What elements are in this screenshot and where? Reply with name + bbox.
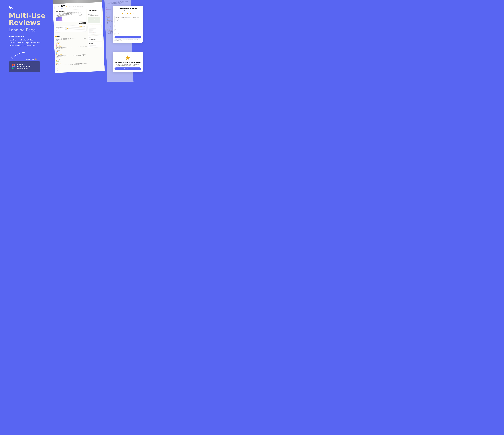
- avatar: ER: [56, 44, 57, 46]
- thankyou-text: All reviews on Cool Co. Reviews are veri…: [115, 64, 141, 66]
- label: First Name: [115, 24, 141, 25]
- review-modal: Leave a Review for Sam.AI How would you …: [113, 6, 143, 43]
- contact-address: 1251 Silver Lake Blvd. Suite 22 Los Ange…: [90, 15, 99, 17]
- contact-site[interactable]: Sam.ai: [89, 11, 91, 12]
- bullet: • Review Submission Page: Desktop/Mobile: [9, 42, 51, 44]
- landing-page: Hiring! View 20 Jobs sam.ai Sam.AI 4.7 ★…: [53, 0, 105, 73]
- tag[interactable]: Artificial Intelligence: [61, 8, 68, 9]
- x-icon[interactable]: 𝕏: [98, 4, 99, 5]
- keep-browsing-button[interactable]: Keep Browsing: [115, 68, 141, 70]
- thankyou-title: Thank you for submitting your review!: [115, 62, 141, 63]
- heart-icon: [9, 5, 14, 10]
- pill[interactable]: Artificial Intelligence: [89, 28, 96, 30]
- star-icon: [125, 55, 131, 61]
- globe-icon: 🌐: [88, 11, 89, 12]
- pin-icon: 📍: [88, 16, 89, 16]
- mail-icon: ✉: [88, 13, 89, 13]
- figma-icon: [11, 64, 16, 69]
- promo-panel: Multi-Use Reviews Landing Page What's In…: [9, 5, 51, 48]
- map[interactable]: [88, 17, 100, 23]
- chevron-down-icon[interactable]: ⌄: [63, 24, 64, 24]
- ohh-yeah: Ohhh Yeah 🤩: [26, 58, 37, 60]
- first-name-input[interactable]: Andy: [115, 25, 141, 27]
- whats-included: What's Included:: [9, 35, 51, 37]
- rating-badge: 4.7: [61, 6, 63, 8]
- pill[interactable]: Engineering: [89, 30, 94, 32]
- summary-count: (578 Reviews): [56, 30, 63, 31]
- figma-text: Editable FileComponents + StylesDesign E…: [17, 63, 32, 70]
- phone-icon: 📞: [88, 14, 89, 15]
- about-text: Sam.ai is powered by technology that all…: [56, 12, 85, 17]
- review-textarea[interactable]: Working at Sam.AI is both thrilling and …: [115, 16, 141, 23]
- review-item: Jan 22, 2024★★★★★AKAlex K.Senior Analyst…: [55, 33, 87, 41]
- svg-point-0: [12, 64, 14, 66]
- svg-point-3: [14, 66, 15, 68]
- close-icon[interactable]: ✕: [140, 53, 142, 55]
- avatar: MT: [56, 52, 57, 54]
- arrow-icon: [9, 51, 26, 61]
- submit-button[interactable]: Submit Review: [115, 36, 141, 38]
- pill: Series C: 22 Million: [89, 45, 96, 46]
- figma-card: Editable FileComponents + StylesDesign E…: [9, 61, 40, 72]
- tag[interactable]: Engineering: [69, 8, 73, 9]
- avatar: AK: [55, 36, 57, 37]
- last-name-input[interactable]: Kerns: [115, 29, 141, 31]
- contact-phone: (323) 323 - 3232: [90, 14, 95, 15]
- review-item: Nov 7, 2023★★★★★MTMichael T.Marketing Di…: [56, 49, 88, 58]
- review-item: Oct 16, 2023★★★★★SLSarah L.Product Desig…: [56, 58, 88, 66]
- contact-email[interactable]: careers@sam.ai: [89, 13, 94, 14]
- contact-card: Contact Information 🌐Sam.ai ↗ ✉careers@s…: [87, 9, 101, 24]
- sort-select[interactable]: Sort by newest review: [55, 24, 63, 25]
- rating-stars[interactable]: ★ ★ ★ ★ ★: [115, 12, 141, 15]
- modal-question: How would you rate working at Sam.AI?: [115, 10, 141, 11]
- star-icon: ★★★★½: [63, 6, 67, 7]
- label: Your Title at Sam.AI: [115, 32, 141, 33]
- review-item: Nov 13, 2023★★★★★EREmily R.Front-End Eng…: [56, 41, 87, 49]
- svg-point-2: [12, 66, 14, 68]
- funding-card: Funding Series C: 22 Million: [88, 42, 102, 48]
- about-card: About the company Sam.ai is powered by t…: [54, 9, 86, 22]
- review-item: Oct 2, 2023★★★★★: [56, 67, 88, 71]
- pill[interactable]: Professional Services: [89, 32, 97, 34]
- title-input[interactable]: Senior Product Designer: [115, 33, 141, 35]
- company-logo: sam.ai: [54, 5, 60, 9]
- size-card: Company Size 1K - 5K Employees: [88, 35, 102, 41]
- map-pin-icon: [94, 19, 95, 20]
- industries-card: Industries Artificial Intelligence Engin…: [87, 25, 102, 35]
- title-line1: Multi-Use: [9, 12, 51, 19]
- svg-point-4: [12, 68, 14, 69]
- facebook-icon[interactable]: f: [100, 3, 101, 4]
- tag[interactable]: Professional Services: [74, 7, 81, 8]
- bullet: • Landing page: Desktop/Mobile: [9, 39, 51, 41]
- linkedin-icon[interactable]: in: [99, 3, 100, 4]
- summary-rating: 4.7: [56, 28, 63, 30]
- rating-summary: Employee Reviews 4.7 ★★★★★ (578 Reviews)…: [55, 25, 87, 33]
- video-thumb[interactable]: ▶: [56, 17, 63, 21]
- write-review-button[interactable]: Write a Review: [79, 22, 86, 24]
- disclaimer: All reviews on Cool Co. Reviews are veri…: [115, 39, 141, 41]
- label: Last Name: [115, 28, 141, 29]
- bullet: • Thank You Page: Desktop/Mobile: [9, 45, 51, 46]
- subtitle: Landing Page: [9, 28, 51, 32]
- title-line2: Reviews: [9, 19, 51, 26]
- thankyou-modal: ✕ Thank you for submitting your review! …: [113, 52, 143, 72]
- bullet-list: • Landing page: Desktop/Mobile • Review …: [9, 39, 51, 46]
- svg-point-1: [14, 64, 15, 66]
- pill: 1K - 5K Employees: [89, 39, 96, 40]
- avatar: [57, 70, 58, 71]
- avatar: SL: [56, 61, 58, 62]
- modal-title: Leave a Review for Sam.AI: [115, 8, 141, 9]
